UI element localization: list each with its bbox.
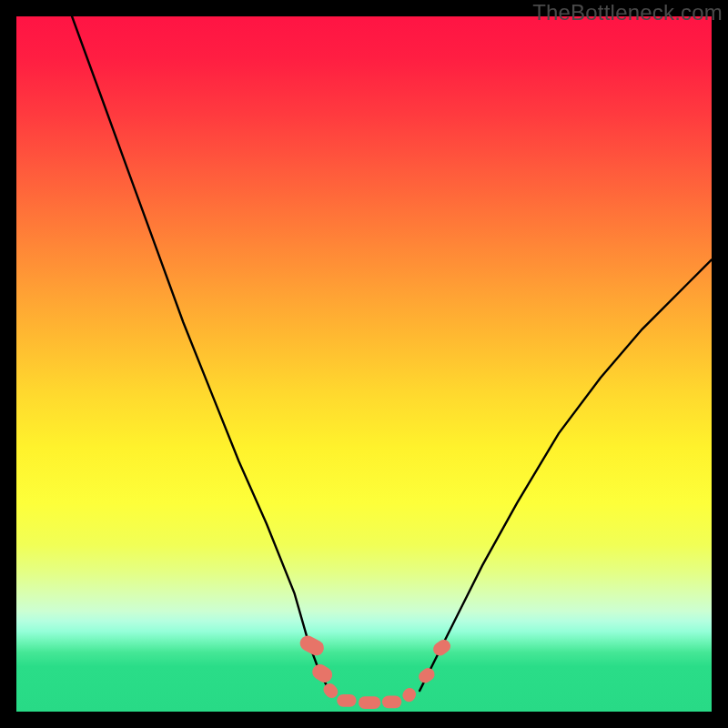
- watermark-text: TheBottleneck.com: [532, 0, 723, 25]
- chart-background-gradient: [16, 16, 712, 712]
- chart-frame: [16, 16, 712, 712]
